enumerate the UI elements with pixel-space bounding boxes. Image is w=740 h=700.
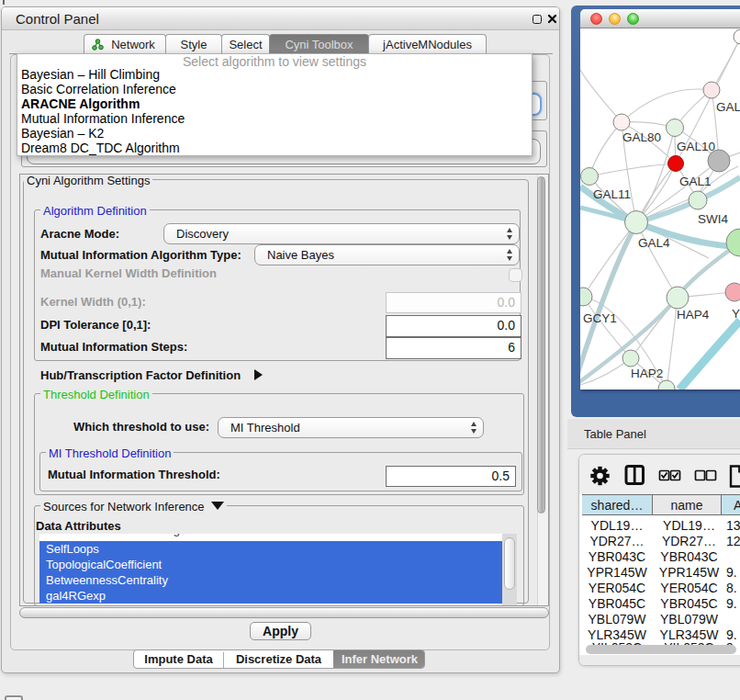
svg-text:HAP4: HAP4 [677, 308, 710, 322]
svg-text:HAP2: HAP2 [631, 367, 663, 380]
svg-text:GAL10: GAL10 [677, 140, 715, 153]
svg-text:GAL7: GAL7 [716, 100, 740, 114]
svg-text:Y: Y [732, 307, 740, 321]
svg-text:GAL80: GAL80 [622, 130, 661, 144]
svg-text:GAL4: GAL4 [638, 236, 670, 250]
svg-text:GAL1: GAL1 [679, 175, 712, 188]
svg-text:GCY1: GCY1 [583, 311, 617, 325]
svg-text:GAL11: GAL11 [593, 187, 631, 201]
svg-text:SWI4: SWI4 [698, 212, 728, 226]
